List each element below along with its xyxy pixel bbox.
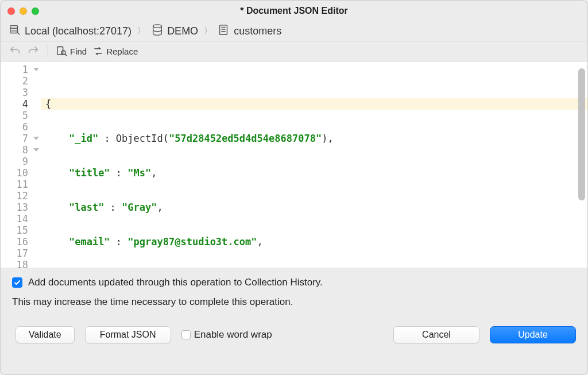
close-window-button[interactable] bbox=[7, 7, 15, 15]
dialog-button-row: Validate Format JSON Enable word wrap Ca… bbox=[1, 316, 587, 355]
word-wrap-toggle[interactable]: Enable word wrap bbox=[181, 329, 272, 341]
json-editor[interactable]: 1 2 3 4 5 6 7 8 9 10 11 12 13 14 15 16 1… bbox=[1, 61, 587, 268]
fold-marker-icon[interactable] bbox=[33, 148, 39, 152]
editor-toolbar: Find Replace bbox=[1, 41, 587, 61]
add-to-history-checkbox-row[interactable]: Add documents updated through this opera… bbox=[12, 277, 576, 288]
svg-point-9 bbox=[61, 51, 65, 55]
breadcrumb-database[interactable]: DEMO bbox=[167, 25, 198, 37]
find-icon bbox=[56, 45, 68, 57]
fold-marker-icon[interactable] bbox=[33, 137, 39, 140]
svg-point-3 bbox=[153, 24, 162, 28]
line-number-gutter: 1 2 3 4 5 6 7 8 9 10 11 12 13 14 15 16 1… bbox=[1, 61, 32, 268]
window-controls bbox=[7, 7, 39, 15]
find-button[interactable]: Find bbox=[56, 45, 87, 57]
fold-marker-icon[interactable] bbox=[33, 68, 39, 71]
breadcrumb-connection[interactable]: Local (localhost:27017) bbox=[25, 25, 131, 37]
breadcrumb: Local (localhost:27017) 〉 DEMO 〉 custome… bbox=[1, 21, 587, 41]
chevron-right-icon: 〉 bbox=[135, 26, 148, 36]
connection-icon bbox=[9, 24, 21, 39]
validate-button[interactable]: Validate bbox=[16, 326, 75, 343]
update-button[interactable]: Update bbox=[490, 326, 576, 343]
svg-rect-4 bbox=[220, 25, 227, 34]
collection-icon bbox=[218, 24, 230, 39]
redo-button[interactable] bbox=[27, 45, 40, 57]
format-json-button[interactable]: Format JSON bbox=[85, 326, 171, 343]
replace-label: Replace bbox=[106, 47, 138, 56]
checkbox-unchecked-icon[interactable] bbox=[181, 330, 191, 339]
svg-line-10 bbox=[65, 54, 67, 56]
titlebar: * Document JSON Editor bbox=[1, 1, 587, 21]
cancel-button[interactable]: Cancel bbox=[393, 326, 479, 343]
replace-icon bbox=[92, 45, 104, 57]
checkbox-checked-icon[interactable] bbox=[12, 277, 22, 288]
zoom-window-button[interactable] bbox=[32, 7, 39, 15]
history-hint: This may increase the time necessary to … bbox=[12, 296, 576, 308]
replace-button[interactable]: Replace bbox=[92, 45, 138, 57]
minimize-window-button[interactable] bbox=[20, 7, 27, 15]
find-label: Find bbox=[70, 47, 87, 56]
undo-button[interactable] bbox=[9, 45, 21, 57]
chevron-right-icon: 〉 bbox=[202, 26, 214, 36]
breadcrumb-collection[interactable]: customers bbox=[234, 25, 281, 37]
window-title: * Document JSON Editor bbox=[39, 6, 549, 16]
add-to-history-label: Add documents updated through this opera… bbox=[28, 277, 323, 288]
database-icon bbox=[151, 24, 164, 39]
fold-column bbox=[32, 61, 41, 268]
editor-scrollbar[interactable] bbox=[578, 65, 586, 264]
svg-rect-0 bbox=[10, 25, 18, 33]
